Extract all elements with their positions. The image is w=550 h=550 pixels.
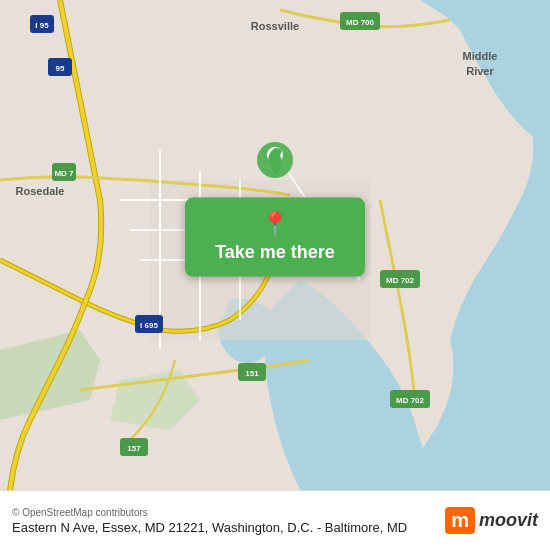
svg-text:151: 151 xyxy=(245,369,259,378)
svg-text:MD 7: MD 7 xyxy=(54,169,74,178)
address-text: Eastern N Ave, Essex, MD 21221, Washingt… xyxy=(12,520,407,535)
svg-text:MD 702: MD 702 xyxy=(386,276,415,285)
take-me-there-button[interactable]: 📍 Take me there xyxy=(185,198,365,277)
middle-river-label2: River xyxy=(466,65,494,77)
moovit-m-letter: m xyxy=(445,507,475,534)
rossville-label: Rossville xyxy=(251,20,299,32)
svg-text:I 95: I 95 xyxy=(35,21,49,30)
svg-text:I 695: I 695 xyxy=(140,321,158,330)
svg-text:157: 157 xyxy=(127,444,141,453)
rosedale-label: Rosedale xyxy=(16,185,65,197)
svg-text:95: 95 xyxy=(56,64,65,73)
svg-text:MD 700: MD 700 xyxy=(346,18,375,27)
svg-text:MD 702: MD 702 xyxy=(396,396,425,405)
middle-river-label: Middle xyxy=(463,50,498,62)
map-container: 95 I 95 I 695 MD 7 151 157 MD 702 MD 702… xyxy=(0,0,550,490)
moovit-logo: m moovit xyxy=(445,507,538,534)
moovit-wordmark: moovit xyxy=(479,510,538,531)
footer-left: © OpenStreetMap contributors Eastern N A… xyxy=(12,507,407,535)
copyright-text: © OpenStreetMap contributors xyxy=(12,507,407,518)
button-label: Take me there xyxy=(215,242,335,263)
pin-icon: 📍 xyxy=(260,212,290,236)
footer: © OpenStreetMap contributors Eastern N A… xyxy=(0,490,550,550)
